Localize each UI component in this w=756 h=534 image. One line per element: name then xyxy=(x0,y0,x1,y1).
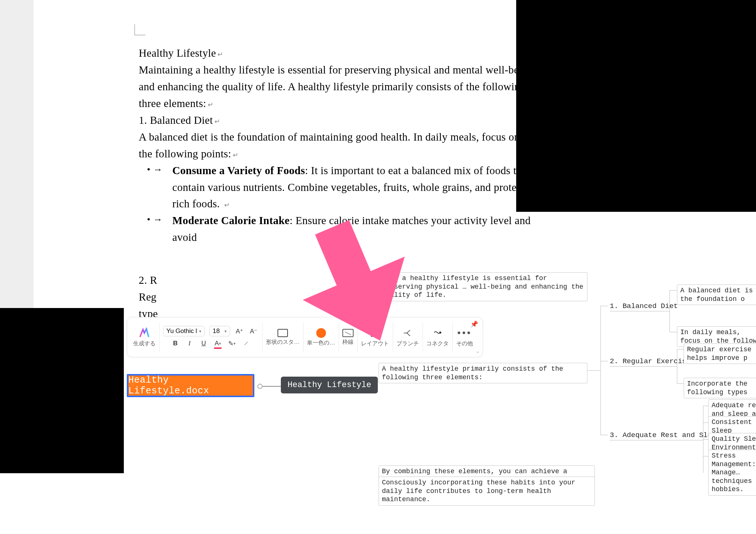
shape-style-icon[interactable] xyxy=(277,329,288,337)
mm-topic[interactable]: 1. Balanced Diet xyxy=(610,302,678,310)
italic-button[interactable]: I xyxy=(185,339,194,348)
connector-line xyxy=(703,423,708,423)
connector-line xyxy=(600,306,601,435)
chevron-down-icon: ▾ xyxy=(225,329,227,334)
connector-line xyxy=(263,386,281,387)
connector-line xyxy=(669,332,677,332)
connector-line xyxy=(677,383,684,384)
node-label: Healthy Lifestyle xyxy=(288,380,371,390)
mindmap-title-node[interactable]: Healthy Lifestyle xyxy=(281,377,378,393)
connector-line xyxy=(677,349,677,383)
mindmap-canvas[interactable]: …ing a healthy lifestyle is essential fo… xyxy=(371,212,756,473)
connector-line xyxy=(600,435,608,435)
mm-description[interactable]: …ing a healthy lifestyle is essential fo… xyxy=(379,272,587,301)
clear-format-button[interactable]: ⟋ xyxy=(241,339,251,348)
connector-line xyxy=(600,306,608,306)
connector-line xyxy=(703,439,708,440)
margin-marker xyxy=(134,24,145,35)
highlight-button[interactable]: ✎▾ xyxy=(227,339,237,348)
mm-topic[interactable]: 3. Adequate Rest and Sleep xyxy=(610,431,720,439)
border-label[interactable]: 枠線 xyxy=(342,339,354,346)
text-color-button[interactable]: A▾ xyxy=(213,339,223,348)
black-mask xyxy=(0,308,124,473)
section-text: A balanced diet is the foundation of mai… xyxy=(139,129,534,162)
generate-label[interactable]: 生成する xyxy=(133,340,156,347)
mm-leaf[interactable]: Stress Management: Manage… techniques or… xyxy=(708,450,756,496)
decrease-font-button[interactable]: A⁻ xyxy=(249,326,258,336)
section-heading: 1. Balanced Diet xyxy=(139,112,534,129)
shape-style-label[interactable]: 形状のスタ… xyxy=(266,339,299,346)
connector-line xyxy=(610,311,669,311)
chevron-down-icon: ▾ xyxy=(199,329,201,334)
connector-line xyxy=(610,440,703,440)
fill-group: 単一色の… xyxy=(303,319,339,355)
node-port[interactable] xyxy=(257,384,263,389)
mm-description[interactable]: Consciously incorporating these habits i… xyxy=(379,477,595,506)
font-size-select[interactable]: 18▾ xyxy=(209,326,230,336)
underline-button[interactable]: U xyxy=(199,339,208,348)
font-group: Yu Gothic l▾ 18▾ A⁺ A⁻ B I U A▾ ✎▾ ⟋ xyxy=(159,319,262,355)
ai-logo-icon[interactable] xyxy=(139,327,150,339)
bold-button[interactable]: B xyxy=(170,339,180,348)
left-gutter xyxy=(0,0,34,308)
font-family-select[interactable]: Yu Gothic l▾ xyxy=(163,326,205,336)
shape-style-group: 形状のスタ… xyxy=(262,319,303,355)
black-mask xyxy=(516,0,756,212)
bullet-bold: Consume a Variety of Foods xyxy=(172,164,305,176)
connector-line xyxy=(669,290,670,332)
connector-line xyxy=(587,370,600,371)
bullet-item: Consume a Variety of Foods: It is import… xyxy=(157,162,534,213)
fill-label[interactable]: 単一色の… xyxy=(307,339,335,346)
mm-topic[interactable]: 2. Regular Exercise xyxy=(610,357,691,365)
increase-font-button[interactable]: A⁺ xyxy=(235,326,244,336)
connector-line xyxy=(610,366,677,367)
connector-line xyxy=(669,290,677,290)
connector-line xyxy=(703,406,708,406)
chevron-down-icon: ▾ xyxy=(219,341,221,346)
connector-line xyxy=(677,349,684,349)
connector-line xyxy=(600,361,608,361)
generate-group: 生成する xyxy=(129,319,159,355)
mm-leaf[interactable]: A balanced diet is the foundation o xyxy=(677,285,756,305)
border-group: 枠線 xyxy=(339,319,357,355)
fill-color-icon[interactable] xyxy=(316,328,326,338)
border-icon[interactable] xyxy=(342,329,354,337)
mm-leaf[interactable]: Incorporate the following types xyxy=(684,378,756,398)
doc-title: Healthy Lifestyle xyxy=(139,45,534,62)
chevron-down-icon: ▾ xyxy=(233,341,236,346)
mm-leaf[interactable]: Regular exercise helps improve p xyxy=(684,343,756,364)
connector-line xyxy=(703,456,708,456)
doc-intro: Maintaining a healthy lifestyle is essen… xyxy=(139,62,534,112)
mm-description[interactable]: A healthy lifestyle primarily consists o… xyxy=(379,363,587,383)
bullet-bold: Moderate Calorie Intake xyxy=(172,214,290,226)
node-label: Healthy Lifestyle.docx xyxy=(128,375,253,396)
font-name: Yu Gothic l xyxy=(166,327,197,335)
mindmap-root-file-node[interactable]: Healthy Lifestyle.docx xyxy=(127,374,254,397)
font-size: 18 xyxy=(213,327,220,335)
